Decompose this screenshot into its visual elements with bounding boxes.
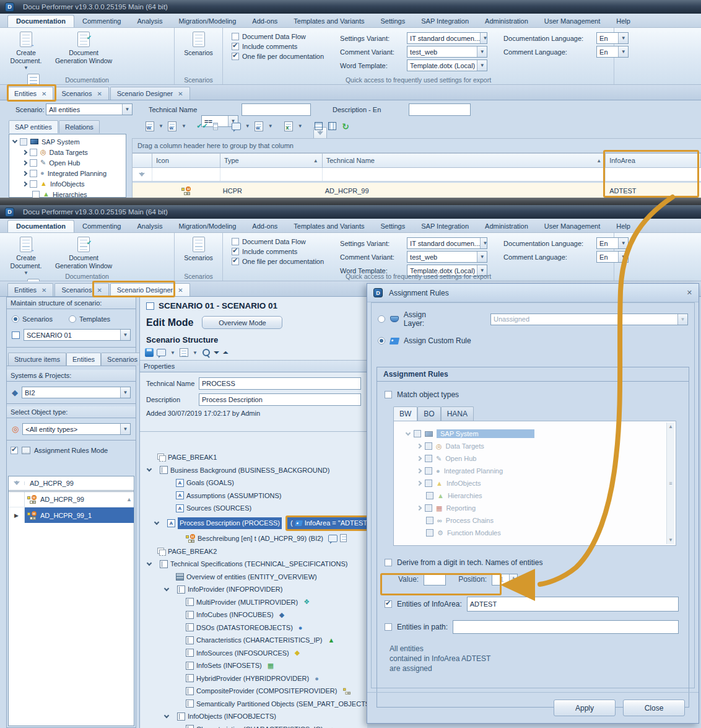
- dropdown-arrow-icon[interactable]: ▼: [618, 252, 628, 262]
- templates-radio[interactable]: Templates: [69, 315, 110, 323]
- entity-list-filter-row[interactable]: AD_HCPR_99: [9, 476, 134, 492]
- dropdown-arrow-icon[interactable]: ▼: [122, 104, 132, 115]
- tab-entities[interactable]: Entities✕: [7, 87, 53, 100]
- expand-icon[interactable]: [22, 149, 27, 154]
- document-data-flow-checkbox[interactable]: Document Data Flow: [232, 33, 324, 40]
- copy-structure-icon[interactable]: [180, 348, 188, 357]
- one-file-per-doc-checkbox[interactable]: One file per documentation: [232, 53, 324, 60]
- tree-checkbox[interactable]: [30, 170, 37, 177]
- tree-scrollbar[interactable]: ▲≡▼: [666, 423, 674, 544]
- menu-tab-sap-integration[interactable]: SAP Integration: [413, 15, 477, 27]
- word-template-icon[interactable]: w: [167, 120, 178, 132]
- dropdown-caret-icon[interactable]: ▼: [169, 350, 176, 356]
- dropdown-arrow-icon[interactable]: ▼: [618, 238, 628, 248]
- close-icon[interactable]: ✕: [178, 90, 183, 97]
- menu-tab-migration[interactable]: Migration/Modeling: [170, 221, 244, 232]
- scroll-up-icon[interactable]: ▲: [126, 496, 132, 502]
- technical-name-input[interactable]: PROCESS: [199, 377, 361, 390]
- entities-of-infoarea-checkbox[interactable]: [385, 600, 392, 608]
- tree-item-page-break2[interactable]: PAGE_BREAK2: [140, 545, 367, 558]
- tab-relations[interactable]: Relations: [59, 120, 100, 133]
- tree-checkbox[interactable]: [30, 180, 37, 188]
- scenarios-radio[interactable]: Scenarios: [12, 315, 53, 323]
- close-button[interactable]: Close: [623, 699, 685, 716]
- tab-scenario-designer[interactable]: Scenario Designer✕: [110, 87, 190, 100]
- menu-tab-administration[interactable]: Administration: [477, 15, 536, 27]
- menu-tab-addons[interactable]: Add-ons: [244, 15, 285, 27]
- entity-filter-value[interactable]: AD_HCPR_99: [25, 480, 74, 487]
- dlg-tree-process-chains[interactable]: ∞Process Chains: [398, 514, 676, 527]
- column-header-icon[interactable]: Icon: [152, 153, 220, 168]
- tree-item-infoobjects[interactable]: InfoObjects (INFOOBJECTS): [140, 710, 367, 723]
- tree-item-characteristics-ip[interactable]: Characteristics (CHARACTERISTICS_IP)▲: [140, 634, 367, 647]
- dlg-tree-infoobjects[interactable]: ▲InfoObjects: [398, 477, 676, 489]
- collapse-icon[interactable]: [164, 713, 169, 718]
- menu-tab-commenting[interactable]: Commenting: [74, 15, 129, 27]
- validate-icon[interactable]: ✔✔: [196, 120, 208, 132]
- tree-checkbox[interactable]: [32, 191, 40, 198]
- collapse-icon[interactable]: [147, 467, 152, 471]
- tree-item-sem-part-objects[interactable]: Semantically Partitioned Objects (SEM_PA…: [140, 698, 367, 711]
- refresh-icon[interactable]: ↻: [340, 120, 352, 132]
- tree-item-infoobjects[interactable]: ▲InfoObjects: [9, 178, 126, 189]
- menu-tab-analysis[interactable]: Analysis: [129, 221, 170, 232]
- menu-tab-templates[interactable]: Templates and Variants: [285, 15, 372, 27]
- tree-item-infosources[interactable]: InfoSources (INFOSOURCES)◆: [140, 647, 367, 660]
- tree-item-infocubes[interactable]: InfoCubes (INFOCUBES)◆: [140, 608, 367, 621]
- tab-sap-entities[interactable]: SAP entities: [9, 120, 58, 133]
- dropdown-arrow-icon[interactable]: ▼: [120, 330, 130, 340]
- word-comments-icon[interactable]: w: [253, 120, 265, 132]
- comments-icon[interactable]: [230, 120, 242, 132]
- tree-item-infosets[interactable]: InfoSets (INFOSETS)▦: [140, 659, 367, 672]
- tree-checkbox[interactable]: [20, 138, 27, 146]
- dialog-titlebar[interactable]: D Assignment Rules ✕: [367, 284, 699, 302]
- expand-icon[interactable]: [22, 181, 27, 186]
- tree-item-technical-specifications[interactable]: Technical Specifications (TECHNICAL_SPEC…: [140, 558, 367, 571]
- comment-language-combo[interactable]: En▼: [596, 251, 629, 263]
- collapse-icon[interactable]: [12, 138, 17, 143]
- dropdown-caret-icon[interactable]: ▼: [157, 123, 165, 129]
- path-input[interactable]: [453, 620, 679, 634]
- description-input[interactable]: Process Description: [199, 393, 361, 406]
- tree-item-open-hub[interactable]: ✎Open Hub: [9, 157, 126, 168]
- filter-cell-type[interactable]: [220, 168, 323, 181]
- collapse-icon[interactable]: [154, 519, 159, 524]
- assignment-rules-mode-checkbox[interactable]: [11, 447, 18, 454]
- dropdown-caret-icon[interactable]: ▼: [22, 65, 30, 71]
- collapse-icon[interactable]: [164, 586, 169, 591]
- scroll-up-icon[interactable]: ▲: [668, 424, 673, 429]
- grid-data-row[interactable]: H HCPR AD_HCPR_99 ADTEST: [133, 183, 701, 198]
- tree-item-beschreibung[interactable]: HBeschreibung [en] t (AD_HCPR_99) (BI2): [140, 532, 367, 545]
- dialog-close-icon[interactable]: ✕: [687, 289, 692, 297]
- tab-entities-left[interactable]: Entities: [66, 353, 101, 366]
- dropdown-caret-icon[interactable]: ▼: [297, 123, 304, 129]
- entities-in-path-checkbox[interactable]: [385, 623, 392, 631]
- entity-row-selected[interactable]: ▶ H AD_HCPR_99_1: [9, 507, 134, 523]
- tab-scenario-designer[interactable]: Scenario Designer✕: [110, 283, 190, 296]
- dropdown-arrow-icon[interactable]: ▼: [477, 46, 487, 57]
- tree-item-characteristics-io[interactable]: Characteristics (CHARACTERISTICS_IO)▲: [140, 723, 367, 728]
- menu-tab-commenting[interactable]: Commenting: [74, 221, 129, 232]
- tree-item-multiprovider[interactable]: MultiProvider (MULTIPROVIDER)❖: [140, 596, 367, 609]
- tab-structure-items[interactable]: Structure items: [8, 353, 66, 366]
- assign-layer-radio[interactable]: [378, 315, 385, 323]
- tab-bw[interactable]: BW: [393, 406, 417, 421]
- layer-combo-disabled[interactable]: Unassigned▼: [490, 314, 688, 325]
- menu-tab-documentation[interactable]: Documentation: [7, 15, 74, 27]
- tree-item-integrated-planning[interactable]: ●Integrated Planning: [9, 168, 126, 178]
- tab-bo[interactable]: BO: [417, 406, 440, 421]
- infoarea-input[interactable]: ADTEST: [467, 597, 679, 612]
- table-save-icon[interactable]: [313, 120, 324, 132]
- assign-custom-rule-radio[interactable]: [378, 337, 385, 344]
- scenario-combo[interactable]: SCENARIO 01▼: [24, 329, 131, 341]
- technical-name-filter-input[interactable]: [242, 103, 311, 116]
- dlg-tree-sap-system[interactable]: SAP System: [398, 428, 676, 440]
- layout-icon[interactable]: [210, 120, 222, 132]
- scenario-filter-combo[interactable]: All entities▼: [46, 103, 133, 115]
- document-data-flow-checkbox[interactable]: Document Data Flow: [232, 238, 324, 245]
- tab-hana[interactable]: HANA: [441, 406, 474, 421]
- export-excel-icon[interactable]: X: [283, 120, 295, 132]
- dlg-tree-hierarchies[interactable]: ▲Hierarchies: [398, 489, 676, 502]
- document-generation-window-button[interactable]: ✔ Document Generation Window: [50, 235, 117, 271]
- expand-icon[interactable]: [22, 170, 27, 175]
